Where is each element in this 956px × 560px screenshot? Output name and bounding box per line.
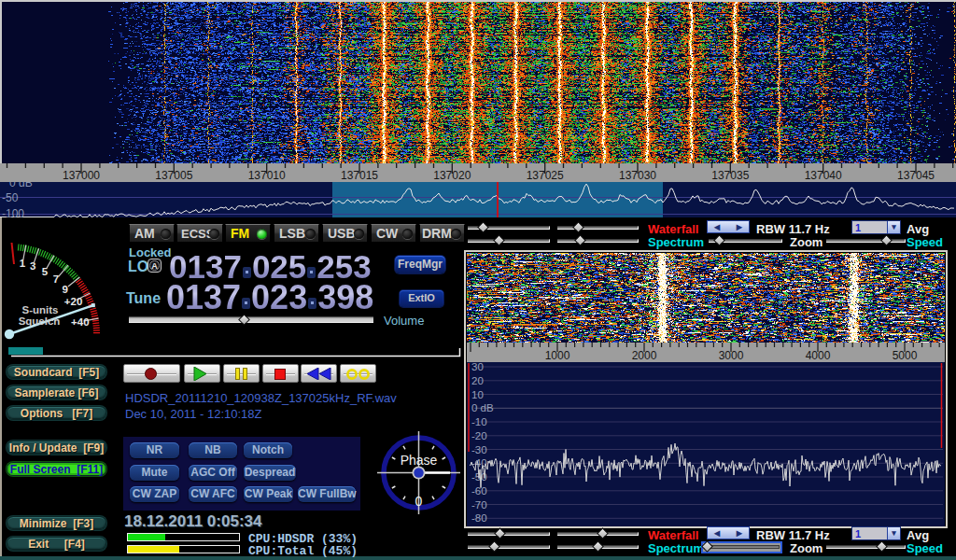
svg-text:7: 7 (53, 273, 59, 285)
svg-text:2000: 2000 (632, 349, 657, 362)
svg-text:3000: 3000 (719, 349, 744, 362)
svg-text:-100: -100 (2, 207, 24, 217)
svg-text:-20: -20 (471, 430, 487, 441)
svg-text:137000: 137000 (63, 169, 100, 182)
svg-text:-60: -60 (471, 485, 487, 497)
svg-text:137015: 137015 (341, 169, 378, 182)
svg-text:-30: -30 (471, 444, 487, 455)
svg-text:5: 5 (42, 266, 49, 277)
svg-text:137035: 137035 (711, 169, 749, 182)
svg-text:137020: 137020 (433, 169, 471, 182)
svg-text:137040: 137040 (805, 169, 842, 182)
svg-text:5000: 5000 (893, 349, 918, 362)
svg-text:137010: 137010 (248, 169, 286, 182)
svg-text:1000: 1000 (545, 349, 570, 362)
svg-text:20: 20 (471, 375, 484, 386)
svg-text:30: 30 (471, 362, 484, 372)
svg-text:-80: -80 (471, 512, 487, 524)
svg-text:1: 1 (20, 258, 26, 269)
svg-text:137045: 137045 (897, 169, 935, 182)
svg-text:137030: 137030 (619, 169, 656, 182)
svg-text:S-units: S-units (22, 304, 59, 315)
svg-text:-50: -50 (2, 191, 19, 204)
svg-text:-10: -10 (471, 416, 487, 427)
svg-text:+20: +20 (64, 296, 83, 307)
svg-text:-70: -70 (471, 499, 487, 511)
svg-text:Squelch: Squelch (19, 315, 61, 327)
svg-text:0 dB: 0 dB (9, 182, 33, 189)
svg-text:Phase: Phase (401, 453, 438, 468)
svg-text:137005: 137005 (155, 169, 192, 182)
svg-text:4000: 4000 (806, 349, 831, 362)
svg-text:9: 9 (63, 284, 68, 295)
svg-text:0: 0 (415, 494, 423, 509)
svg-text:3: 3 (30, 260, 35, 272)
svg-text:10: 10 (471, 389, 484, 400)
svg-text:137025: 137025 (527, 169, 564, 182)
svg-text:0 dB: 0 dB (471, 402, 494, 413)
svg-text:+40: +40 (71, 316, 90, 328)
